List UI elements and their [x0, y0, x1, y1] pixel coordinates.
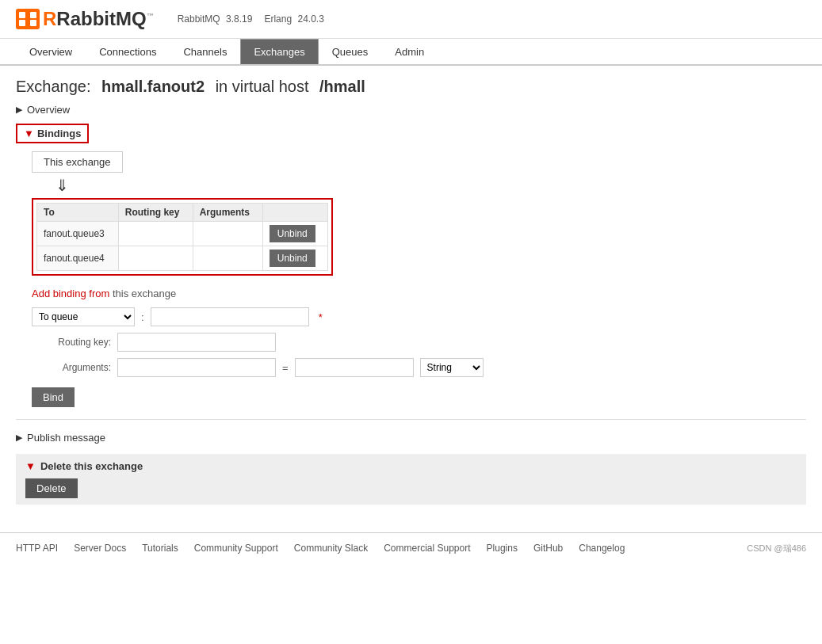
arguments-2	[193, 246, 262, 271]
arguments-label: Arguments:	[32, 362, 111, 373]
this-exchange-button[interactable]: This exchange	[32, 151, 123, 173]
exchange-name: hmall.fanout2	[101, 78, 205, 95]
arguments-1	[193, 222, 262, 246]
svg-rect-3	[19, 20, 25, 26]
col-to: To	[37, 204, 119, 222]
main-content: Exchange: hmall.fanout2 in virtual host …	[0, 66, 822, 516]
col-arguments: Arguments	[193, 204, 262, 222]
arguments-row: Arguments: = StringNumberBoolean	[32, 358, 806, 377]
nav-item-connections[interactable]: Connections	[86, 39, 170, 64]
page-title: Exchange: hmall.fanout2 in virtual host …	[16, 78, 806, 96]
queue-name-1: fanout.queue3	[37, 222, 119, 246]
footer-link-community-support[interactable]: Community Support	[194, 543, 278, 554]
col-action	[262, 204, 327, 222]
bindings-arrow: ▼	[24, 128, 34, 139]
bindings-table: To Routing key Arguments fanout.queue3	[36, 203, 328, 271]
rabbitmq-version-num: 3.8.19	[226, 13, 252, 25]
col-routing-key: Routing key	[118, 204, 193, 222]
routing-key-label: Routing key:	[32, 337, 111, 348]
publish-section-header[interactable]: ▶ Publish message	[16, 428, 806, 448]
svg-rect-4	[30, 20, 36, 26]
footer: HTTP API Server Docs Tutorials Community…	[0, 532, 822, 564]
publish-section: ▶ Publish message	[16, 419, 806, 448]
virtual-host: /hmall	[319, 78, 365, 95]
delete-label: Delete this exchange	[40, 460, 143, 472]
erlang-version-num: 24.0.3	[297, 13, 323, 25]
bindings-label: Bindings	[37, 128, 82, 139]
add-binding-title: Add binding from this exchange	[32, 288, 806, 299]
add-binding-title-part1: Add binding from	[32, 288, 109, 299]
colon-separator: :	[141, 311, 144, 323]
nav-item-channels[interactable]: Channels	[170, 39, 240, 64]
arguments-value-input[interactable]	[295, 358, 414, 377]
svg-rect-1	[19, 12, 25, 18]
add-binding-title-part2: this exchange	[113, 288, 176, 299]
footer-link-server-docs[interactable]: Server Docs	[74, 543, 126, 554]
footer-link-github[interactable]: GitHub	[533, 543, 563, 554]
footer-link-http-api[interactable]: HTTP API	[16, 543, 58, 554]
erlang-version: Erlang 24.0.3	[264, 13, 323, 25]
logo-tm: ™	[147, 12, 154, 20]
header: RRabbitMQ™ RabbitMQ 3.8.19 Erlang 24.0.3	[0, 0, 822, 39]
footer-link-tutorials[interactable]: Tutorials	[142, 543, 178, 554]
delete-section: ▼ Delete this exchange Delete	[16, 454, 806, 505]
footer-link-changelog[interactable]: Changelog	[579, 543, 625, 554]
overview-arrow: ▶	[16, 105, 22, 115]
routing-key-row: Routing key:	[32, 333, 806, 352]
publish-label: Publish message	[27, 432, 105, 444]
title-prefix: Exchange:	[16, 78, 91, 95]
nav-item-overview[interactable]: Overview	[16, 39, 86, 64]
nav-item-exchanges[interactable]: Exchanges	[240, 39, 318, 64]
routing-key-2	[118, 246, 193, 271]
required-star: *	[319, 311, 323, 323]
table-row: fanout.queue4 Unbind	[37, 246, 328, 271]
logo-R: R	[43, 8, 56, 29]
add-binding-section: Add binding from this exchange To queueT…	[32, 288, 806, 407]
unbind-cell-2: Unbind	[262, 246, 327, 271]
logo-label: RabbitMQ	[56, 8, 146, 29]
title-middle: in virtual host	[216, 78, 309, 95]
footer-link-commercial-support[interactable]: Commercial Support	[384, 543, 470, 554]
unbind-button-2[interactable]: Unbind	[270, 250, 315, 267]
footer-credit: CSDN @瑞486	[640, 543, 806, 554]
delete-section-header[interactable]: ▼ Delete this exchange	[25, 460, 797, 472]
nav-item-queues[interactable]: Queues	[319, 39, 382, 64]
delete-button[interactable]: Delete	[25, 478, 78, 498]
destination-row: To queueTo exchange : *	[32, 307, 806, 326]
erlang-label: Erlang	[264, 13, 292, 25]
arrow-down-icon: ⇓	[32, 173, 69, 198]
footer-link-community-slack[interactable]: Community Slack	[294, 543, 368, 554]
table-row: fanout.queue3 Unbind	[37, 222, 328, 246]
svg-rect-0	[16, 9, 40, 29]
nav-item-admin[interactable]: Admin	[381, 39, 438, 64]
queue-name-2: fanout.queue4	[37, 246, 119, 271]
logo-icon	[16, 9, 40, 29]
logo-text: RRabbitMQ™	[43, 8, 154, 30]
footer-link-plugins[interactable]: Plugins	[487, 543, 518, 554]
arguments-input[interactable]	[117, 358, 276, 377]
bindings-content: This exchange ⇓ To Routing key Arguments	[16, 151, 806, 407]
bind-button[interactable]: Bind	[32, 387, 75, 407]
overview-toggle[interactable]: ▶ Overview	[16, 104, 806, 116]
destination-input[interactable]	[151, 307, 309, 326]
unbind-cell-1: Unbind	[262, 222, 327, 246]
routing-key-input[interactable]	[117, 333, 276, 352]
rabbitmq-label: RabbitMQ	[178, 13, 220, 25]
logo: RRabbitMQ™	[16, 8, 154, 30]
overview-label: Overview	[27, 104, 70, 116]
svg-rect-2	[30, 12, 36, 18]
rabbitmq-version: RabbitMQ 3.8.19	[178, 13, 253, 25]
type-select[interactable]: StringNumberBoolean	[420, 358, 484, 377]
destination-select[interactable]: To queueTo exchange	[32, 307, 135, 326]
version-info: RabbitMQ 3.8.19 Erlang 24.0.3	[178, 13, 324, 25]
routing-key-1	[118, 222, 193, 246]
unbind-button-1[interactable]: Unbind	[270, 225, 315, 242]
delete-arrow: ▼	[25, 460, 36, 472]
publish-arrow: ▶	[16, 433, 22, 443]
equals-sign: =	[282, 362, 289, 374]
main-nav: Overview Connections Channels Exchanges …	[0, 39, 822, 66]
